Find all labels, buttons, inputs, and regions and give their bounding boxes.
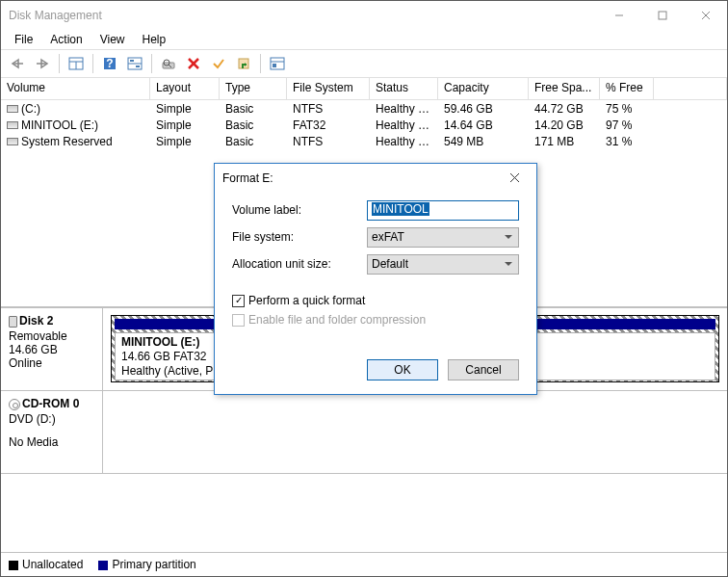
- svg-rect-1: [659, 12, 666, 19]
- disk-icon: [9, 316, 17, 328]
- quick-format-label: Perform a quick format: [248, 294, 365, 307]
- table-row[interactable]: (C:)SimpleBasicNTFSHealthy (B...59.46 GB…: [1, 100, 727, 117]
- svg-rect-15: [163, 63, 174, 68]
- show-hide-button[interactable]: [65, 53, 87, 74]
- disk-row: CD-ROM 0DVD (D:)No Media: [1, 391, 727, 474]
- col-type[interactable]: Type: [220, 78, 287, 99]
- compression-label: Enable file and folder compression: [248, 313, 426, 327]
- col-pctfree[interactable]: % Free: [600, 78, 654, 99]
- properties-icon[interactable]: [233, 53, 254, 74]
- forward-button[interactable]: [32, 53, 53, 74]
- disk-graphic: [103, 391, 727, 473]
- menu-file[interactable]: File: [7, 31, 40, 48]
- legend-bar: Unallocated Primary partition: [1, 552, 727, 576]
- table-row[interactable]: System ReservedSimpleBasicNTFSHealthy (S…: [1, 133, 727, 149]
- maximize-button[interactable]: [640, 2, 684, 29]
- check-icon[interactable]: [208, 53, 229, 74]
- col-filesystem[interactable]: File System: [287, 78, 370, 99]
- cd-icon: [9, 399, 20, 410]
- table-header: Volume Layout Type File System Status Ca…: [1, 78, 727, 100]
- svg-rect-23: [273, 64, 276, 67]
- svg-text:?: ?: [106, 57, 113, 70]
- col-status[interactable]: Status: [370, 78, 438, 99]
- label-volume: Volume label:: [232, 203, 367, 217]
- rescan-button[interactable]: [158, 53, 179, 74]
- volume-icon: [7, 138, 18, 145]
- col-capacity[interactable]: Capacity: [438, 78, 529, 99]
- svg-rect-14: [136, 66, 140, 67]
- svg-rect-13: [130, 60, 134, 62]
- compression-checkbox: [232, 314, 245, 327]
- label-allocation: Allocation unit size:: [232, 257, 367, 271]
- disk-management-window: Disk Management File Action View Help ?: [0, 0, 728, 577]
- toolbar: ?: [1, 49, 727, 78]
- label-filesystem: File system:: [232, 230, 367, 244]
- close-button[interactable]: [684, 2, 727, 29]
- quick-format-checkbox[interactable]: [232, 295, 245, 307]
- ok-button[interactable]: OK: [367, 359, 438, 380]
- cancel-button[interactable]: Cancel: [448, 359, 519, 380]
- dialog-title: Format E:: [222, 171, 500, 185]
- help-icon[interactable]: ?: [99, 53, 120, 74]
- volume-icon: [7, 105, 18, 113]
- menubar: File Action View Help: [1, 30, 727, 49]
- back-button[interactable]: [7, 53, 28, 74]
- refresh-button[interactable]: [124, 53, 145, 74]
- dialog-close-button[interactable]: [500, 170, 529, 186]
- col-layout[interactable]: Layout: [150, 78, 220, 99]
- disk-info: CD-ROM 0DVD (D:)No Media: [1, 391, 103, 473]
- col-spacer: [654, 78, 727, 99]
- delete-icon[interactable]: [183, 53, 204, 74]
- table-row[interactable]: MINITOOL (E:)SimpleBasicFAT32Healthy (A.…: [1, 117, 727, 133]
- dialog-titlebar: Format E:: [215, 164, 536, 193]
- disk-info: Disk 2Removable14.66 GBOnline: [1, 308, 103, 390]
- filesystem-select[interactable]: exFAT: [367, 227, 519, 248]
- minimize-button[interactable]: [597, 2, 640, 29]
- volume-label-input[interactable]: MINITOOL: [367, 200, 519, 221]
- format-dialog: Format E: Volume label: MINITOOL File sy…: [214, 163, 537, 395]
- menu-help[interactable]: Help: [135, 31, 174, 48]
- settings-icon[interactable]: [267, 53, 288, 74]
- volume-icon: [7, 121, 18, 129]
- legend-primary: Primary partition: [98, 558, 195, 571]
- menu-view[interactable]: View: [92, 31, 133, 48]
- titlebar: Disk Management: [1, 1, 727, 30]
- col-volume[interactable]: Volume: [1, 78, 150, 99]
- window-title: Disk Management: [9, 9, 597, 22]
- col-free[interactable]: Free Spa...: [529, 78, 600, 99]
- legend-unallocated: Unallocated: [9, 558, 83, 571]
- allocation-select[interactable]: Default: [367, 254, 519, 275]
- menu-action[interactable]: Action: [42, 31, 90, 48]
